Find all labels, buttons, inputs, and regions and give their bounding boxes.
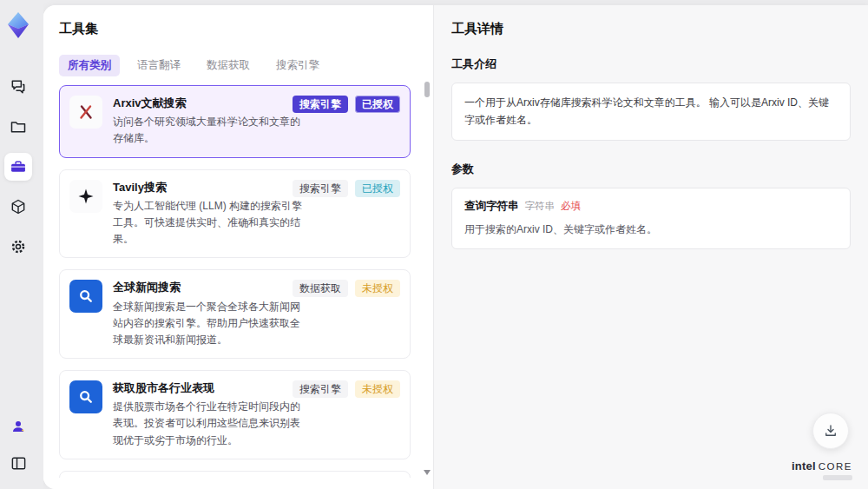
tavily-star-icon [77,188,95,205]
param-desc: 用于搜索的Arxiv ID、关键字或作者姓名。 [464,221,838,238]
category-tab[interactable]: 语言翻译 [128,55,189,76]
tool-card[interactable]: 全球新闻搜索 全球新闻搜索是一个聚合全球各大新闻网站内容的搜索引擎。帮助用户快速… [59,269,411,359]
category-tabs: 所有类别语言翻译数据获取搜索引擎 [59,55,414,76]
tool-name: Arxiv文献搜索 [113,96,310,111]
category-tab[interactable]: 搜索引擎 [267,55,328,76]
param-type: 字符串 [525,200,556,213]
tool-icon-tile [69,280,102,313]
arxiv-icon [77,103,95,121]
download-button[interactable] [812,413,849,449]
tool-list: Arxiv文献搜索 访问各个研究领域大量科学论文和文章的存储库。 搜索引擎 已授… [59,85,414,478]
tool-category-badge: 搜索引擎 [293,180,348,197]
param-box: 查询字符串 字符串 必填 用于搜索的Arxiv ID、关键字或作者姓名。 [451,188,851,249]
category-tab[interactable]: 数据获取 [198,55,259,76]
page-title: 工具集 [59,21,414,37]
scrollbar-thumb[interactable] [424,82,430,97]
toolbox-icon[interactable] [4,153,32,181]
gear-icon[interactable] [4,233,32,261]
app-logo [4,10,32,40]
main-container: 工具集 所有类别语言翻译数据获取搜索引擎 Arxiv文献搜索 访问各个研究领域大… [43,5,868,489]
category-tab[interactable]: 所有类别 [59,55,120,76]
details-title: 工具详情 [451,21,851,37]
scrollbar-down-arrow[interactable] [424,470,431,475]
intro-box: 一个用于从Arxiv存储库搜索科学论文和文章的工具。 输入可以是Arxiv ID… [451,83,851,141]
param-required-badge: 必填 [561,200,581,213]
tool-auth-badge: 已授权 [355,96,400,113]
brand-intel-text: intel [792,459,816,472]
magnifier-icon [77,287,95,305]
tool-category-badge: 数据获取 [293,280,348,297]
tool-icon-tile [69,380,102,413]
tool-desc: 全球新闻搜索是一个聚合全球各大新闻网站内容的搜索引擎。帮助用户快速获取全球最新资… [113,299,310,349]
left-rail [0,0,43,489]
tool-category-badge: 搜索引擎 [293,96,348,113]
tool-name: 全球新闻搜索 [113,280,310,295]
intro-heading: 工具介绍 [451,56,851,72]
tool-auth-badge: 未授权 [355,380,400,398]
brand-subtext-bar [823,475,852,480]
intro-text: 一个用于从Arxiv存储库搜索科学论文和文章的工具。 输入可以是Arxiv ID… [464,94,838,129]
params-heading: 参数 [451,162,851,177]
cube-icon[interactable] [4,193,32,221]
tool-desc: 专为人工智能代理 (LLM) 构建的搜索引擎工具。可快速提供实时、准确和真实的结… [113,198,310,248]
list-scrollbar[interactable] [424,78,431,480]
tool-card[interactable]: Arxiv文献搜索 访问各个研究领域大量科学论文和文章的存储库。 搜索引擎 已授… [59,85,411,158]
tool-card[interactable]: Tavily搜索 专为人工智能代理 (LLM) 构建的搜索引擎工具。可快速提供实… [59,169,411,259]
tool-auth-badge: 未授权 [355,280,400,297]
tool-name: Tavily搜索 [113,180,310,195]
tool-name: 获取股市各行业表现 [113,380,310,396]
tool-card[interactable]: 获取股市各行业表现 提供股票市场各个行业在特定时间段内的表现。投资者可以利用这些… [59,370,411,459]
tool-card[interactable]: 获取市场最活跃股票信息 提供当天交易量最高的股票列表，投资者可以利用这些信息来识… [59,471,411,478]
tool-desc: 提供股票市场各个行业在特定时间段内的表现。投资者可以利用这些信息来识别表现优于或… [113,399,310,449]
chat-icon[interactable] [4,73,32,101]
tool-category-badge: 搜索引擎 [293,380,348,398]
param-name: 查询字符串 [464,199,519,214]
tool-icon-tile [69,96,102,129]
magnifier-icon [77,388,95,406]
tool-desc: 访问各个研究领域大量科学论文和文章的存储库。 [113,114,310,147]
tool-auth-badge: 已授权 [355,180,400,197]
download-icon [823,423,838,439]
folder-icon[interactable] [4,113,32,141]
intel-core-logo: intelcore [792,459,852,480]
user-icon[interactable] [4,413,32,440]
tool-collection-panel: 工具集 所有类别语言翻译数据获取搜索引擎 Arxiv文献搜索 访问各个研究领域大… [43,5,434,489]
tool-details-panel: 工具详情 工具介绍 一个用于从Arxiv存储库搜索科学论文和文章的工具。 输入可… [434,5,868,489]
layout-panel-icon[interactable] [4,449,32,477]
brand-core-text: core [819,461,852,472]
tool-icon-tile [69,180,102,213]
